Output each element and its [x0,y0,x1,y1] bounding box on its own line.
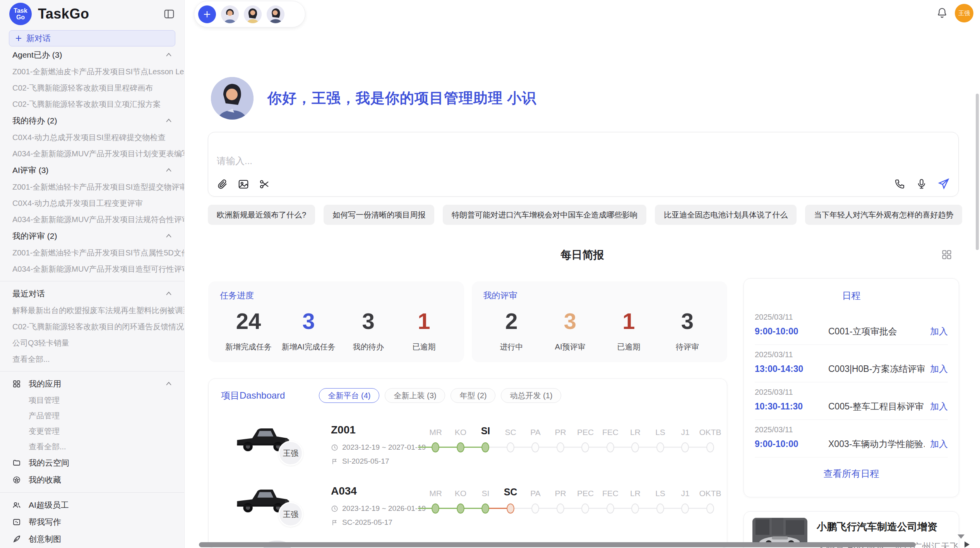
add-session-button[interactable] [198,5,216,23]
event-row: 13:00-14:30C003|H0B-方案冻结评审加入 [755,363,948,375]
chevron-up-icon[interactable] [165,290,173,298]
app-menu-item[interactable]: 变更管理 [0,423,184,439]
project-dashboard-card: 项目Dashboard 全新平台 (4)全新上装 (3)年型 (2)动总开发 (… [208,378,727,548]
sidebar-section-header-2[interactable]: AI评审 (3) [0,162,184,179]
recent-chat-item[interactable]: C02-飞腾新能源轻客改款项目的闭环通告反馈情况 [0,319,184,335]
milestone-dot [557,503,564,514]
schedule-title: 日程 [755,289,948,302]
sidebar-task-item[interactable]: A034-全新新能源MUV产品开发项目法规符合性评审 [0,211,184,228]
left-column: 任务进度 24新增完成任务3新增AI完成任务3我的待办1已逾期 我的评审 2进行… [208,278,727,548]
suggestion-chip[interactable]: 欧洲新规最近颁布了什么? [208,205,315,225]
chevron-up-icon[interactable] [165,380,173,388]
sidebar-task-item[interactable]: Z001-全新燃油轻卡产品开发项目SI造型提交物评审 [0,179,184,195]
event-date: 2025/03/11 [755,425,948,434]
my-cloud-label: 我的云空间 [29,457,69,468]
avatar[interactable] [244,5,262,23]
join-link[interactable]: 加入 [930,438,948,450]
dashboard-tab[interactable]: 全新平台 (4) [319,388,379,403]
app-menu-item[interactable]: 项目管理 [0,392,184,408]
user-avatar[interactable]: 王强 [955,4,973,22]
join-link[interactable]: 加入 [930,401,948,413]
stat-item: 1已逾期 [606,308,652,352]
sidebar-task-item[interactable]: Z001-全新燃油皮卡产品开发项目SI节点Lesson Learn报告 [0,63,184,80]
notifications-bell-icon[interactable] [936,7,948,20]
project-row[interactable]: 王强Z0012023-12-19 ~ 2027-01-19SI-2025-05-… [221,420,714,478]
chat-input[interactable] [217,156,681,166]
dashboard-tab[interactable]: 年型 (2) [451,388,495,403]
dashboard-tab[interactable]: 动总开发 (1) [501,388,561,403]
app-menu-item[interactable]: 产品管理 [0,408,184,423]
recent-chat-item[interactable]: 查看全部... [0,351,184,367]
event-title: X003-车辆动力学性能验... [828,438,925,450]
suggestion-chip[interactable]: 当下年轻人对汽车外观有怎样的喜好趋势 [805,205,962,225]
sidebar-task-sections: Agent已办 (3)Z001-全新燃油皮卡产品开发项目SI节点Lesson L… [0,46,184,277]
sidebar-task-item[interactable]: C02-飞腾新能源轻客改款项目立项汇报方案 [0,96,184,112]
sidebar-item-help-write[interactable]: 帮我写作 [0,514,184,531]
sidebar-section-header-3[interactable]: 我的评审 (2) [0,228,184,245]
avatar[interactable] [267,5,284,23]
avatar[interactable] [221,5,239,23]
microphone-icon[interactable] [916,178,927,190]
sidebar-item-my-cloud[interactable]: 我的云空间 [0,454,184,471]
sidebar-item-my-favorites[interactable]: 我的收藏 [0,471,184,488]
sidebar-task-item[interactable]: C0X4-动力总成开发项目SI里程碑提交物检查 [0,129,184,146]
sidebar-task-item[interactable]: A034-全新新能源MUV产品开发项目计划变更表编写 [0,146,184,162]
recent-chat-item[interactable]: 公司Q3轻卡销量 [0,335,184,351]
suggestion-chip[interactable]: 特朗普可能对进口汽车增税会对中国车企造成哪些影响 [443,205,646,225]
recent-chats-header[interactable]: 最近对话 [0,285,184,302]
chevron-up-icon[interactable] [165,117,173,125]
send-icon[interactable] [937,178,950,190]
suggestion-chip[interactable]: 如何写一份清晰的项目周报 [324,205,434,225]
scroll-down-arrow[interactable] [958,534,965,539]
event-time: 13:00-14:30 [755,364,828,374]
attachment-icon[interactable] [217,178,228,190]
phone-call-icon[interactable] [894,178,906,190]
suggestion-chip[interactable]: 比亚迪全固态电池计划具体说了什么 [655,205,797,225]
project-row[interactable]: 王强A0342023-12-19 ~ 2026-01-19SC-2025-05-… [221,481,714,539]
scroll-right-arrow[interactable] [965,541,970,548]
logo-text-bottom: Go [16,14,25,21]
stat-item: 3待评审 [665,308,710,352]
my-review-stats: 2进行中3AI预评审1已逾期3待评审 [483,308,716,352]
stat-label: 待评审 [665,342,710,352]
sidebar-task-item[interactable]: C0X4-动力总成开发项目工程变更评审 [0,195,184,211]
join-link[interactable]: 加入 [930,363,948,375]
join-link[interactable]: 加入 [930,325,948,337]
new-chat-button[interactable]: 新对话 [9,30,175,46]
milestone-dot [531,442,539,452]
stat-label: 我的待办 [346,342,391,352]
sidebar-item-creative-draw[interactable]: 创意制图 [0,531,184,548]
app-logo: Task Go [9,3,32,25]
chevron-up-icon[interactable] [165,166,173,174]
chevron-up-icon[interactable] [165,51,173,59]
app-menu-item[interactable]: 查看全部... [0,439,184,454]
app-title: TaskGo [38,6,89,22]
stat-label: 已逾期 [606,342,652,352]
stat-label: 新增AI完成任务 [282,342,336,352]
scissors-icon[interactable] [259,178,270,190]
vertical-scrollbar[interactable] [976,94,979,250]
horizontal-scrollbar[interactable] [199,542,916,547]
recent-chat-item[interactable]: 解释最新出台的欧盟报废车法规再生塑料比例被调至15%... [0,302,184,319]
project-flag: SC-2025-05-17 [331,518,392,527]
layout-grid-icon[interactable] [941,249,952,262]
view-all-schedule-link[interactable]: 查看所有日程 [755,468,948,480]
sidebar-item-ai-employee[interactable]: AI超级员工 [0,497,184,514]
milestone-label: SI [473,489,498,498]
image-icon[interactable] [238,178,249,190]
sidebar-task-item[interactable]: C02-飞腾新能源轻客改款项目里程碑画布 [0,80,184,96]
sidebar-item-my-apps[interactable]: 我的应用 [0,375,184,392]
sidebar-section-header-0[interactable]: Agent已办 (3) [0,46,184,63]
dashboard-tab[interactable]: 全新上装 (3) [385,388,445,403]
sidebar-section-header-1[interactable]: 我的待办 (2) [0,112,184,129]
chevron-up-icon[interactable] [165,232,173,240]
milestone-label: OKTB [698,428,723,437]
milestone-dot [631,503,639,514]
milestone-label: LS [648,428,673,437]
recent-chats-list: 解释最新出台的欧盟报废车法规再生塑料比例被调至15%...C02-飞腾新能源轻客… [0,302,184,367]
sidebar-task-item[interactable]: Z001-全新燃油轻卡产品开发项目SI节点属性5D文件评审 [0,245,184,261]
sidebar-collapse-icon[interactable] [163,8,175,20]
project-dates: 2023-12-19 ~ 2027-01-19 [331,443,426,452]
milestone-label: PA [523,489,548,498]
sidebar-task-item[interactable]: A034-全新新能源MUV产品开发项目造型可行性评审 [0,261,184,277]
